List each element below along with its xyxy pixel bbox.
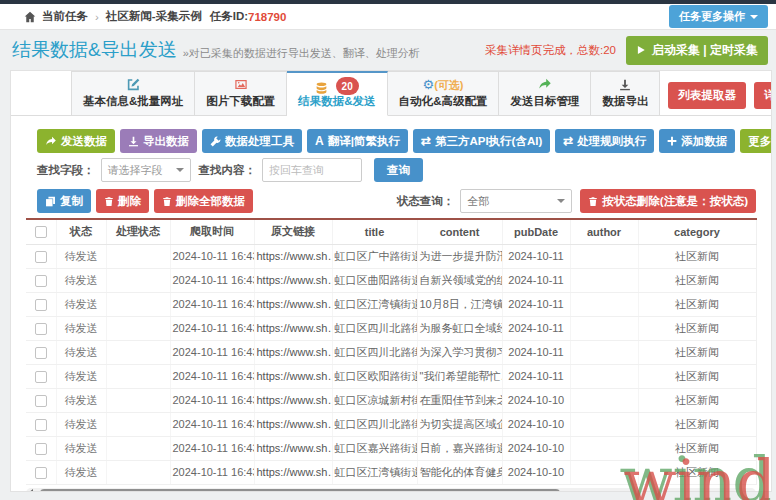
breadcrumb-current-task[interactable]: 当前任务 — [42, 9, 88, 24]
source-link-cell[interactable]: https://www.sh… — [254, 268, 332, 292]
source-link-cell[interactable]: https://www.sh… — [254, 412, 332, 436]
tab-send-target[interactable]: 发送目标管理 — [499, 71, 591, 116]
status-query-group: 状态查询： 全部 按状态删除(注意是：按状态) — [397, 189, 771, 213]
table-row: 待发送 2024-10-11 16:43 https://www.sh… 虹口区… — [26, 436, 756, 460]
task-id-label: 任务ID: — [210, 9, 248, 24]
task-more-actions-button[interactable]: 任务更多操作 — [669, 5, 768, 28]
col-header-crawl-time[interactable]: 爬取时间 — [170, 219, 254, 244]
select-all-checkbox[interactable] — [35, 226, 47, 238]
status-select[interactable]: 全部 — [460, 189, 572, 213]
row-checkbox[interactable] — [35, 371, 47, 383]
search-field-select[interactable]: 请选择字段 — [101, 158, 191, 182]
table-row: 待发送 2024-10-11 16:43 https://www.sh… 虹口区… — [26, 244, 756, 268]
export-icon — [128, 136, 139, 147]
source-link-cell[interactable]: https://www.sh… — [254, 244, 332, 268]
row-checkbox[interactable] — [35, 467, 47, 479]
source-link-cell[interactable]: https://www.sh… — [254, 436, 332, 460]
data-process-tool-button[interactable]: 数据处理工具 — [202, 129, 302, 153]
database-icon — [315, 81, 331, 95]
col-header-process-status[interactable]: 处理状态 — [106, 219, 170, 244]
horizontal-scrollbar-thumb[interactable] — [40, 489, 560, 493]
source-link-cell[interactable]: https://www.sh… — [254, 388, 332, 412]
row-checkbox[interactable] — [35, 275, 47, 287]
tab-basic-info[interactable]: 基本信息&批量网址 — [71, 71, 195, 116]
start-collect-button[interactable]: 启动采集 | 定时采集 — [626, 36, 768, 65]
process-status-cell — [106, 388, 170, 412]
translate-button[interactable]: A 翻译|简繁执行 — [307, 129, 408, 153]
col-header-pubdate[interactable]: pubDate — [502, 219, 570, 244]
row-checkbox[interactable] — [35, 443, 47, 455]
search-input[interactable] — [262, 158, 362, 182]
pubdate-cell: 2024-10-11 — [502, 268, 570, 292]
source-link-cell[interactable]: https://www.sh… — [254, 316, 332, 340]
tab-result-data[interactable]: 20 结果数据&发送 — [287, 71, 387, 116]
list-extractor-button[interactable]: 列表提取器 — [668, 82, 746, 109]
tab-automation-config[interactable]: ⚙(可选) 自动化&高级配置 — [388, 71, 500, 116]
third-party-api-button[interactable]: ⇄ 第三方API执行(含AI) — [413, 129, 550, 153]
copy-icon — [45, 196, 56, 207]
query-button[interactable]: 查询 — [374, 158, 423, 182]
horizontal-scrollbar[interactable] — [26, 488, 756, 493]
col-header-author[interactable]: author — [570, 219, 638, 244]
author-cell — [570, 316, 638, 340]
breadcrumb-separator: › — [95, 11, 99, 23]
category-cell: 社区新闻 — [638, 244, 756, 268]
crawl-time-cell: 2024-10-11 16:43 — [170, 316, 254, 340]
col-header-title[interactable]: title — [332, 219, 417, 244]
crawl-time-cell: 2024-10-11 16:43 — [170, 292, 254, 316]
table-row: 待发送 2024-10-11 16:43 https://www.sh… 虹口区… — [26, 268, 756, 292]
row-checkbox[interactable] — [35, 323, 47, 335]
table-body: 待发送 2024-10-11 16:43 https://www.sh… 虹口区… — [26, 244, 756, 484]
source-link-cell[interactable]: https://www.sh… — [254, 460, 332, 484]
process-status-cell — [106, 268, 170, 292]
content-cell: 为服务虹口全域经… — [417, 316, 502, 340]
row-checkbox[interactable] — [35, 347, 47, 359]
delete-all-button[interactable]: 删除全部数据 — [154, 189, 253, 213]
status-cell: 待发送 — [56, 388, 106, 412]
copy-button[interactable]: 复制 — [37, 189, 91, 213]
row-checkbox[interactable] — [35, 419, 47, 431]
source-link-cell[interactable]: https://www.sh… — [254, 364, 332, 388]
add-data-button[interactable]: 添加数据 — [659, 129, 735, 153]
home-icon[interactable] — [24, 11, 36, 23]
row-checkbox[interactable] — [35, 299, 47, 311]
page-header: 结果数据&导出发送 »对已采集的数据进行导出发送、翻译、处理分析 采集详情页完成… — [0, 30, 776, 70]
table-row: 待发送 2024-10-11 16:43 https://www.sh… 虹口区… — [26, 292, 756, 316]
breadcrumb-bar: 当前任务 › 社区新闻-采集示例 任务ID: 718790 任务更多操作 — [0, 4, 776, 30]
title-cell: 虹口区广中路街道… — [332, 244, 417, 268]
search-row: 查找字段： 请选择字段 查找内容： 查询 — [11, 157, 771, 183]
tab-image-download[interactable]: 图片下载配置 — [195, 71, 287, 116]
category-cell: 社区新闻 — [638, 364, 756, 388]
scroll-left-arrow-icon[interactable] — [28, 489, 33, 493]
status-cell: 待发送 — [56, 412, 106, 436]
pubdate-cell: 2024-10-11 — [502, 316, 570, 340]
search-content-label: 查找内容： — [199, 163, 257, 178]
gear-icon: ⚙ — [423, 77, 435, 92]
detail-extractor-button[interactable]: 详情提取器 — [754, 82, 772, 109]
col-header-content[interactable]: content — [417, 219, 502, 244]
col-header-status[interactable]: 状态 — [56, 219, 106, 244]
delete-by-status-button[interactable]: 按状态删除(注意是：按状态) — [580, 189, 756, 213]
export-data-button[interactable]: 导出数据 — [120, 129, 197, 153]
tab-data-export[interactable]: 数据导出 — [591, 71, 660, 116]
delete-button[interactable]: 删除 — [96, 189, 149, 213]
category-cell: 社区新闻 — [638, 460, 756, 484]
process-rules-button[interactable]: ⇄ 处理规则执行 — [555, 129, 654, 153]
category-cell: 社区新闻 — [638, 292, 756, 316]
row-checkbox[interactable] — [35, 251, 47, 263]
category-cell: 社区新闻 — [638, 388, 756, 412]
col-header-source-link[interactable]: 原文链接 — [254, 219, 332, 244]
source-link-cell[interactable]: https://www.sh… — [254, 340, 332, 364]
pubdate-cell: 2024-10-11 — [502, 244, 570, 268]
source-link-cell[interactable]: https://www.sh… — [254, 292, 332, 316]
table-row: 待发送 2024-10-11 16:43 https://www.sh… 虹口区… — [26, 340, 756, 364]
plus-icon — [667, 136, 677, 146]
category-cell: 社区新闻 — [638, 436, 756, 460]
crawl-time-cell: 2024-10-11 16:43 — [170, 388, 254, 412]
more-actions-button[interactable]: 更多操作 — [740, 129, 772, 153]
trash-icon — [104, 196, 114, 207]
app-screen: 当前任务 › 社区新闻-采集示例 任务ID: 718790 任务更多操作 结果数… — [0, 0, 776, 70]
col-header-category[interactable]: category — [638, 219, 756, 244]
send-data-button[interactable]: 发送数据 — [37, 129, 115, 153]
row-checkbox[interactable] — [35, 395, 47, 407]
